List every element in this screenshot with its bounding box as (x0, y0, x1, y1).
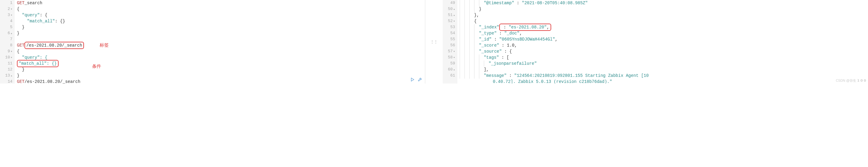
json-key: "_source" (479, 48, 502, 54)
code-line[interactable]: "_index" : "es-2021.08.20", (460, 24, 868, 30)
code-line[interactable]: "_source" : { (460, 48, 868, 54)
json-key: "@timestamp" (484, 0, 514, 6)
line-number: 12 (0, 66, 12, 73)
line-number: 57▾ (443, 48, 455, 54)
line-number: 51▴ (443, 12, 455, 18)
code-line[interactable]: ], (460, 66, 868, 73)
line-number: 55 (443, 36, 455, 43)
line-number: 11 (0, 60, 12, 66)
line-number: 2▾ (0, 6, 12, 12)
code-line[interactable]: "query": { (17, 54, 425, 60)
code-line[interactable]: "query": { (17, 12, 425, 18)
json-key: "_id" (479, 36, 492, 43)
json-value: "2021-08-20T05:40:08.985Z" (522, 0, 588, 6)
code-line[interactable]: GET /es-2021.08.20/_search (17, 43, 425, 48)
left-gutter: 12▾3▾456▴789▾10▾111213▴14 (0, 0, 14, 84)
json-key: "_index" (479, 24, 499, 30)
code-line[interactable]: } (17, 66, 425, 73)
line-number: 5 (0, 24, 12, 30)
code-line[interactable]: 0.40.72]. Zabbix 5.0.13 (revision c218b7… (460, 79, 868, 84)
line-number: 52▾ (443, 18, 455, 24)
code-line[interactable]: { (17, 6, 425, 12)
http-method: GET (17, 79, 25, 84)
line-number: 13▴ (0, 73, 12, 79)
editor-right-pane: 4950▴51▴52▾5354555657▾58▾5960▴61 "@times… (443, 0, 868, 84)
code-line[interactable]: "message" : "124564:20210819:092801.155 … (460, 73, 868, 79)
right-gutter: 4950▴51▴52▾5354555657▾58▾5960▴61 (443, 0, 457, 84)
json-value: 1.0 (507, 43, 514, 48)
line-number: 4 (0, 18, 12, 24)
json-key: "message" (484, 73, 507, 79)
json-key: "tags" (484, 54, 499, 60)
code-line[interactable]: "_jsonparsefailure" (460, 60, 868, 66)
line-number: 58▾ (443, 54, 455, 60)
code-line[interactable]: } (17, 24, 425, 30)
code-line[interactable]: "match_all": {} (17, 60, 425, 66)
line-number: 61 (443, 73, 455, 79)
line-number: 53 (443, 24, 455, 30)
code-line[interactable]: "_type" : "_doc", (460, 30, 868, 36)
line-number: 59 (443, 60, 455, 66)
watermark-text: CSDN @弥生 𝟭 𝟬 𝟬 (836, 78, 866, 83)
highlighted-field: "match_all": {} (17, 60, 59, 67)
code-line[interactable]: } (460, 6, 868, 12)
splitter-handle-icon: ⋮⋮ (430, 39, 438, 44)
left-toolbar (410, 77, 423, 82)
json-value: "_doc" (504, 30, 520, 36)
code-line[interactable]: } (17, 73, 425, 79)
line-number: 54 (443, 30, 455, 36)
json-key: "_score" (479, 43, 499, 48)
right-code[interactable]: "@timestamp" : "2021-08-20T05:40:08.985Z… (457, 0, 868, 84)
line-number: 8 (0, 43, 12, 48)
line-number: 1 (0, 0, 12, 6)
line-number (443, 79, 455, 84)
pane-splitter[interactable]: ⋮⋮ (425, 0, 442, 84)
line-number: 6▴ (0, 30, 12, 36)
code-line[interactable]: GET /es-2021.08.20/_search (17, 79, 425, 84)
highlighted-path: /es-2021.08.20/_search (25, 42, 84, 49)
annotation-label-2: 条件 (92, 63, 101, 69)
left-code[interactable]: GET _search{ "query": { "match_all": {} … (14, 0, 425, 84)
code-line[interactable]: { (460, 18, 868, 24)
line-number: 56 (443, 43, 455, 48)
json-key: "_type" (479, 30, 497, 36)
line-number: 50▴ (443, 6, 455, 12)
code-line[interactable]: { (17, 48, 425, 54)
code-line[interactable]: "_id" : "060SYnsBDJOWaH4454Gl", (460, 36, 868, 43)
http-method: GET (17, 43, 25, 48)
code-line[interactable]: "match_all": {} (17, 18, 425, 24)
wrench-icon[interactable] (417, 77, 423, 82)
code-line[interactable]: "_score" : 1.0, (460, 43, 868, 48)
line-number: 9▾ (0, 48, 12, 54)
http-method: GET (17, 0, 25, 6)
code-line[interactable] (17, 36, 425, 43)
line-number: 10▾ (0, 54, 12, 60)
editor-left-pane: 12▾3▾456▴789▾10▾111213▴14 GET _search{ "… (0, 0, 425, 84)
line-number: 3▾ (0, 12, 12, 18)
json-value: "060SYnsBDJOWaH4454Gl" (499, 36, 555, 43)
code-line[interactable]: }, (460, 12, 868, 18)
json-value: "124564:20210819:092801.155 Starting Zab… (514, 73, 649, 79)
code-line[interactable]: } (17, 30, 425, 36)
code-line[interactable]: "tags" : [ (460, 54, 868, 60)
code-line[interactable]: GET _search (17, 0, 425, 6)
line-number: 60▴ (443, 66, 455, 73)
code-line[interactable]: "@timestamp" : "2021-08-20T05:40:08.985Z… (460, 0, 868, 6)
highlighted-value: : "es-2021.08.20", (499, 24, 551, 31)
play-icon[interactable] (410, 77, 415, 82)
line-number: 49 (443, 0, 455, 6)
annotation-label-1: 标签 (100, 43, 109, 48)
line-number: 7 (0, 36, 12, 43)
line-number: 14 (0, 79, 12, 84)
json-value: "_jsonparsefailure" (489, 60, 537, 66)
